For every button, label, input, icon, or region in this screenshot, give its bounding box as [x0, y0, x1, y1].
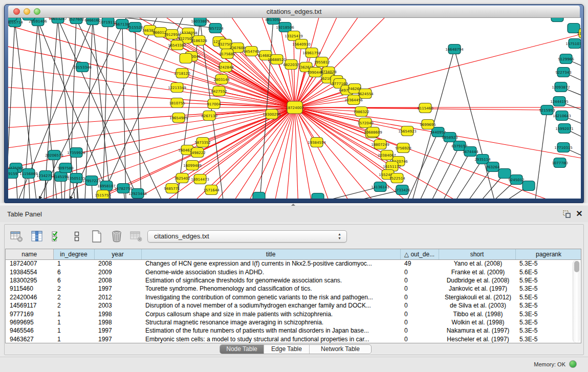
graph-node[interactable] — [551, 18, 563, 22]
graph-node[interactable]: 917004 — [207, 99, 221, 109]
table-row[interactable]: 1830029562008Estimation of significance … — [6, 276, 581, 285]
graph-node[interactable]: 9175685 — [219, 49, 235, 59]
float-panel-icon[interactable] — [562, 210, 571, 218]
table-gear-icon[interactable] — [9, 228, 25, 245]
graph-node[interactable] — [8, 18, 17, 21]
graph-node[interactable]: 7625402 — [174, 173, 190, 183]
graph-node[interactable]: 8958923 — [442, 133, 458, 142]
graph-node[interactable]: 16961758 — [302, 48, 321, 58]
graph-node[interactable]: 8427552 — [211, 86, 227, 96]
graph-node[interactable]: 9699695 — [420, 120, 435, 129]
graph-node[interactable]: 19654985 — [169, 113, 188, 123]
window-titlebar[interactable]: citations_edges.txt — [8, 6, 580, 18]
column-header-in_degree[interactable]: in_degree — [53, 249, 94, 259]
graph-node[interactable]: 2718120 — [174, 69, 190, 78]
graph-node[interactable]: 2803144 — [213, 75, 230, 84]
table-column-icon[interactable] — [29, 228, 45, 245]
graph-node[interactable]: 17710315 — [554, 143, 573, 152]
graph-node[interactable] — [498, 169, 511, 179]
zoom-window-icon[interactable] — [34, 8, 40, 15]
graph-node[interactable]: 15751074 — [565, 39, 581, 49]
graph-node[interactable]: 9097588 — [57, 163, 73, 173]
split-pane-divider[interactable] — [0, 203, 588, 206]
new-document-icon[interactable] — [89, 228, 104, 245]
table-scrollbar[interactable] — [573, 260, 580, 343]
column-header-short[interactable]: short — [439, 249, 515, 259]
graph-node[interactable] — [522, 181, 535, 191]
graph-node[interactable]: 7515526 — [127, 23, 143, 32]
table-selector-dropdown[interactable]: citations_edges.txt ▲▼ — [147, 230, 347, 243]
graph-node[interactable]: 5873352 — [194, 138, 210, 147]
graph-node[interactable]: 16914473 — [191, 174, 209, 184]
graph-node[interactable]: 9242848 — [217, 62, 233, 72]
column-header-year[interactable]: year — [94, 249, 141, 259]
graph-node[interactable]: 1572040 — [357, 118, 373, 128]
table-row[interactable]: 946554611997Estimation of the future num… — [6, 326, 581, 335]
checkboxes-icon[interactable] — [49, 228, 64, 245]
graph-node[interactable]: 18724007 — [286, 101, 304, 114]
graph-node[interactable]: 8454749 — [243, 47, 259, 56]
graph-node[interactable]: 7857224 — [207, 24, 224, 33]
graph-node[interactable]: 16210643 — [553, 111, 571, 121]
memory-ok-indicator-icon[interactable] — [569, 360, 577, 368]
graph-node[interactable]: 14136141 — [371, 182, 389, 192]
table-row[interactable]: 1872400712008Changes of HCN gene express… — [6, 259, 581, 268]
graph-node[interactable]: 7522514 — [389, 173, 405, 183]
graph-node[interactable]: 16033809 — [191, 18, 209, 26]
table-row[interactable]: 1938455462009Genome-wide association stu… — [6, 268, 581, 276]
tab-network-table[interactable]: Network Table — [310, 345, 371, 354]
trash-icon[interactable] — [109, 228, 124, 245]
table-row[interactable]: 911546021997Tourette syndrome. Phenomeno… — [6, 285, 581, 293]
graph-node[interactable]: 1571644 — [203, 185, 220, 195]
graph-node[interactable]: 763264 — [486, 162, 500, 172]
graph-node[interactable]: 7955812 — [314, 57, 330, 67]
graph-node[interactable]: 8186328 — [191, 36, 207, 46]
graph-node[interactable]: 12444195 — [550, 97, 569, 106]
network-window[interactable]: citations_edges.txt 40557142059140610653… — [4, 4, 584, 203]
column-header-name[interactable]: name — [6, 249, 53, 259]
graph-node[interactable]: 10653287 — [49, 18, 67, 24]
graph-node[interactable]: 1498222 — [189, 148, 205, 158]
rows-icon[interactable] — [69, 228, 84, 245]
graph-node[interactable]: 1810755 — [169, 98, 185, 108]
graph-node[interactable]: 12342757 — [36, 171, 55, 181]
table-row[interactable]: 977716911998Corpus callosum shape and si… — [6, 310, 581, 318]
graph-node[interactable]: 1077780 — [552, 158, 568, 168]
network-graph-svg[interactable]: 4055714205914061065328715276026466160107… — [8, 18, 581, 199]
graph-node[interactable]: 9485771 — [164, 184, 180, 193]
graph-node[interactable]: 9245012 — [508, 175, 524, 185]
graph-node[interactable]: 9115460 — [417, 103, 433, 113]
graph-node[interactable] — [180, 54, 192, 63]
graph-node[interactable]: 9129966 — [558, 54, 574, 64]
minimize-window-icon[interactable] — [24, 8, 30, 15]
graph-node[interactable]: 9227343 — [555, 68, 571, 77]
graph-node[interactable]: 3474444 — [462, 147, 478, 157]
graph-node[interactable]: 16648794 — [445, 45, 464, 54]
graph-node[interactable] — [23, 18, 35, 20]
graph-node[interactable] — [253, 192, 265, 199]
table-row[interactable]: 946362711997Embryonic stem cells: a mode… — [6, 335, 581, 343]
table-row[interactable]: 969969511998Structural magnetic resonanc… — [6, 318, 581, 326]
graph-node[interactable]: 12093872 — [552, 82, 570, 92]
table-row[interactable]: 2242004622012Investigating the contribut… — [6, 293, 581, 301]
graph-node[interactable]: 6822037 — [283, 60, 299, 70]
close-panel-icon[interactable]: ✕ — [575, 209, 583, 218]
divider-grip-icon[interactable] — [291, 204, 295, 206]
column-header-out_degree[interactable]: △ out_de... — [400, 249, 439, 259]
tab-edge-table[interactable]: Edge Table — [264, 345, 310, 354]
close-window-icon[interactable] — [13, 8, 20, 15]
graph-node[interactable]: 1515759 — [95, 190, 111, 199]
table-row[interactable]: 1456911722003Disruption of a novel membe… — [6, 301, 581, 310]
graph-node[interactable]: 1527602 — [68, 18, 84, 24]
graph-node[interactable]: 8267130 — [201, 111, 217, 121]
tab-node-table[interactable]: Node Table — [220, 345, 264, 354]
graph-node[interactable]: 19384554 — [308, 138, 326, 147]
graph-node[interactable]: 15654923 — [398, 126, 417, 136]
graph-node[interactable]: 9756928 — [395, 143, 411, 153]
column-header-pagerank[interactable]: pagerank — [515, 249, 581, 259]
graph-node[interactable]: 39159 — [8, 169, 18, 179]
graph-node[interactable]: 1733426 — [394, 185, 410, 195]
table-scrollbar-thumb[interactable] — [574, 261, 579, 272]
graph-node[interactable]: 7986322 — [353, 107, 369, 117]
graph-node[interactable] — [312, 193, 324, 199]
